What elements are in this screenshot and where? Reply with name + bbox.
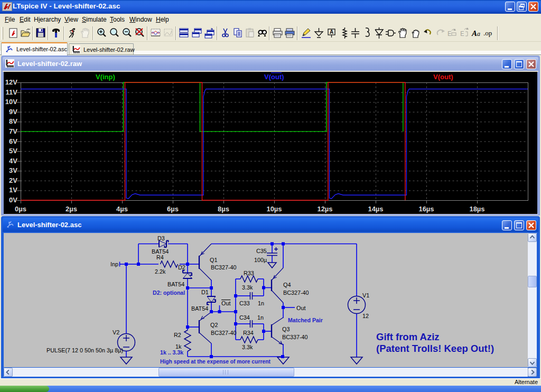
svg-text:1V: 1V [9,186,17,194]
svg-text:11V: 11V [6,88,18,96]
svg-text:(Patent Trolls! Keep Out!): (Patent Trolls! Keep Out!) [376,343,494,354]
svg-text:1k .. 3.3k: 1k .. 3.3k [160,349,183,356]
svg-text:D3: D3 [157,235,165,241]
svg-text:V1: V1 [362,292,369,298]
svg-text:12: 12 [362,313,369,319]
svg-text:Q4: Q4 [283,282,291,288]
svg-text:Out: Out [221,300,230,306]
svg-text:BC327-40: BC327-40 [211,264,237,270]
svg-text:a: a [477,30,480,38]
svg-text:C34: C34 [239,314,250,321]
svg-text:BC327-40: BC327-40 [211,330,237,336]
svg-text:A: A [471,29,477,38]
svg-text:5V: 5V [9,147,17,155]
svg-text:E: E [447,30,452,38]
svg-text:R33: R33 [244,270,254,276]
svg-text:3V: 3V [9,166,17,174]
svg-text:.op: .op [483,29,492,37]
svg-text:100µ: 100µ [254,257,267,263]
svg-text:6V: 6V [9,137,17,145]
svg-text:High speed at the expense of m: High speed at the expense of more curren… [160,359,270,365]
svg-text:BC337-40: BC337-40 [282,334,308,340]
svg-text:3.3k: 3.3k [242,344,253,350]
svg-text:V(out): V(out) [433,73,453,81]
svg-text:1n: 1n [257,314,264,321]
svg-text:8µs: 8µs [218,205,229,213]
svg-text:16µs: 16µs [418,205,434,213]
svg-text:2µs: 2µs [66,205,77,213]
svg-text:D2: D2 [178,264,185,270]
svg-text:BC327-40: BC327-40 [283,290,309,296]
svg-text:Matched Pair: Matched Pair [288,317,323,323]
svg-text:12V: 12V [5,78,17,86]
svg-text:10µs: 10µs [266,205,282,213]
svg-text:1n: 1n [258,300,264,306]
svg-text:R4: R4 [156,254,164,260]
svg-text:18µs: 18µs [469,205,484,213]
svg-text:R34: R34 [243,330,254,336]
svg-text:D1: D1 [201,289,209,295]
svg-text:Q2: Q2 [210,322,218,328]
svg-text:V(out): V(out) [264,73,284,81]
svg-text:Inp: Inp [110,261,118,267]
svg-text:10V: 10V [5,98,17,106]
svg-text:A: A [330,29,333,35]
svg-text:0V: 0V [9,196,17,204]
svg-text:C33: C33 [239,300,250,306]
svg-text:Q1: Q1 [210,257,217,263]
svg-text:6µs: 6µs [167,205,179,213]
svg-text:Out: Out [296,305,305,311]
svg-text:0µs: 0µs [15,205,26,213]
svg-text:14µs: 14µs [368,205,383,213]
svg-text:12µs: 12µs [317,205,332,213]
svg-text:PULSE(7 12 0 50n 50n 3µ 8µ): PULSE(7 12 0 50n 50n 3µ 8µ) [46,347,123,353]
svg-text:7V: 7V [9,127,17,135]
svg-text:2.2k: 2.2k [155,268,166,275]
svg-text:BAT54: BAT54 [167,281,184,287]
svg-text:2V: 2V [9,176,17,184]
svg-text:8V: 8V [9,117,17,125]
svg-text:R2: R2 [174,332,181,338]
svg-text:D2: optional: D2: optional [153,290,185,296]
svg-text:BAT54: BAT54 [191,305,208,312]
svg-text:4V: 4V [9,157,17,165]
svg-text:9V: 9V [9,108,17,116]
svg-text:4µs: 4µs [116,205,128,213]
svg-text:Gift from Aziz: Gift from Aziz [376,331,440,342]
svg-text:C35: C35 [256,248,267,254]
svg-text:E: E [460,30,464,38]
svg-text:V(inp): V(inp) [96,73,115,81]
svg-text:V2: V2 [113,329,119,335]
svg-text:3.3k: 3.3k [242,284,253,291]
svg-text:Q3: Q3 [282,326,290,332]
